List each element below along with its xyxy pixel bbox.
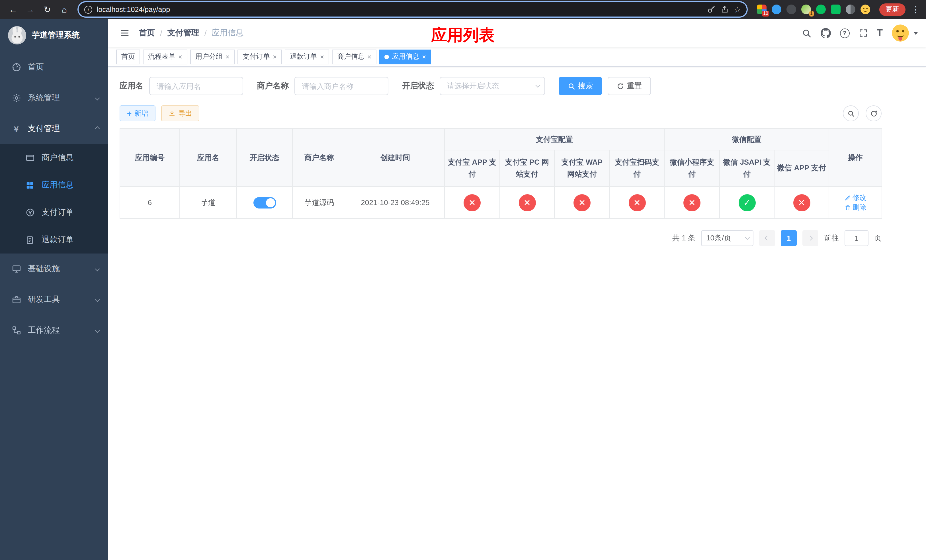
browser-menu-icon[interactable]: ⋮ — [911, 4, 920, 15]
site-info-icon[interactable]: i — [84, 5, 92, 14]
tag-close-icon[interactable]: × — [273, 53, 277, 60]
app-name-label: 应用名 — [120, 81, 144, 91]
status-fail-icon: ✕ — [464, 194, 481, 211]
merchant-name-input[interactable] — [294, 77, 388, 95]
reload-button[interactable]: ↻ — [40, 2, 54, 17]
delete-link[interactable]: 删除 — [844, 203, 866, 212]
header-search-icon[interactable] — [802, 28, 811, 38]
toggle-search-button[interactable] — [843, 105, 859, 121]
tag-close-icon[interactable]: × — [178, 53, 182, 60]
extension-icon-colorful[interactable]: 10 — [757, 5, 767, 14]
extension-icon-blue-drop[interactable] — [772, 5, 781, 14]
edit-link[interactable]: 修改 — [844, 193, 866, 203]
forward-button[interactable]: → — [23, 2, 38, 17]
app-logo-row[interactable]: 芋道管理系统 — [0, 19, 108, 52]
extension-icon-pinwheel[interactable] — [846, 5, 855, 14]
sidebar-item-merchant-info[interactable]: 商户信息 — [0, 144, 108, 171]
pagination: 共 1 条 10条/页 1 前往 页 — [120, 230, 882, 246]
yen-icon: ¥ — [11, 124, 21, 133]
sidebar-item-system[interactable]: 系统管理 — [0, 83, 108, 114]
goto-page-input[interactable] — [844, 230, 869, 246]
share-icon[interactable] — [721, 5, 729, 14]
refresh-table-button[interactable] — [865, 105, 882, 121]
font-size-icon[interactable]: T — [877, 27, 883, 39]
sidebar-item-refund-order[interactable]: 退款订单 — [0, 226, 108, 254]
sidebar: 芋道管理系统 首页 系统管理 ¥ 支付管理 — [0, 19, 108, 560]
sidebar-item-app-info[interactable]: 应用信息 — [0, 171, 108, 199]
sidebar-collapse-icon[interactable] — [116, 29, 133, 38]
edit-link-label: 修改 — [853, 193, 866, 203]
tags-view-bar: 首页 流程表单 × 用户分组 × 支付订单 × 退款订单 × — [108, 47, 926, 67]
filter-form: 应用名 商户名称 开启状态 请选择开启状态 搜索 重置 — [120, 77, 915, 95]
bookmark-star-icon[interactable]: ☆ — [734, 5, 741, 14]
address-bar[interactable]: i localhost:1024/pay/app ☆ — [79, 2, 747, 17]
active-tag-dot — [384, 54, 389, 59]
tag-close-icon[interactable]: × — [320, 53, 324, 60]
sidebar-item-label: 应用信息 — [42, 180, 73, 190]
tag-close-icon[interactable]: × — [367, 53, 371, 60]
github-icon[interactable] — [820, 28, 831, 38]
tag-refund-order[interactable]: 退款订单 × — [285, 49, 329, 64]
sidebar-item-workflow[interactable]: 工作流程 — [0, 315, 108, 346]
tag-user-group[interactable]: 用户分组 × — [190, 49, 235, 64]
add-button-label: 新增 — [135, 109, 148, 118]
main-area: 首页 / 支付管理 / 应用信息 应用列表 ? — [108, 19, 926, 560]
user-avatar[interactable] — [892, 24, 909, 42]
status-select[interactable]: 请选择开启状态 — [440, 77, 545, 95]
home-button[interactable]: ⌂ — [57, 2, 72, 17]
chevron-left-icon — [765, 236, 770, 241]
col-header-app-id: 应用编号 — [120, 129, 180, 186]
fullscreen-icon[interactable] — [858, 29, 868, 38]
tag-process-form[interactable]: 流程表单 × — [143, 49, 188, 64]
avatar-caret-icon[interactable] — [914, 32, 918, 35]
extension-icon-green-circle[interactable] — [816, 5, 826, 14]
dashboard-icon — [11, 63, 21, 72]
page-size-select[interactable]: 10条/页 — [701, 230, 754, 246]
next-page-button[interactable] — [802, 230, 819, 246]
browser-update-button[interactable]: 更新 — [879, 3, 905, 16]
password-key-icon[interactable] — [708, 5, 716, 14]
tag-pay-order[interactable]: 支付订单 × — [238, 49, 282, 64]
tag-app-info[interactable]: 应用信息 × — [379, 49, 431, 64]
tag-merchant-info[interactable]: 商户信息 × — [332, 49, 377, 64]
col-group-alipay: 支付宝配置 — [445, 129, 664, 150]
tag-close-icon[interactable]: × — [422, 53, 426, 60]
top-navbar: 首页 / 支付管理 / 应用信息 应用列表 ? — [108, 19, 926, 47]
tag-close-icon[interactable]: × — [225, 53, 230, 60]
sidebar-item-infra[interactable]: 基础设施 — [0, 254, 108, 284]
extension-icon-dark-circle[interactable] — [787, 5, 796, 14]
breadcrumb-home[interactable]: 首页 — [139, 28, 155, 38]
credit-card-icon — [25, 153, 35, 162]
workflow-icon — [11, 326, 21, 335]
sidebar-item-label: 退款订单 — [42, 235, 73, 245]
col-header-alipay-wap: 支付宝 WAP 网站支付 — [554, 150, 610, 186]
sidebar-item-pay-order[interactable]: 支付订单 — [0, 199, 108, 226]
sidebar-item-devtools[interactable]: 研发工具 — [0, 284, 108, 315]
url-text: localhost:1024/pay/app — [97, 5, 170, 14]
extension-icon-green-square[interactable] — [831, 5, 841, 14]
help-icon[interactable]: ? — [840, 28, 849, 38]
status-toggle[interactable] — [253, 197, 276, 208]
export-button[interactable]: 导出 — [161, 105, 199, 121]
reset-button[interactable]: 重置 — [608, 77, 651, 95]
add-button[interactable]: + 新增 — [120, 105, 156, 121]
chevron-down-icon — [745, 235, 750, 240]
prev-page-button[interactable] — [759, 230, 775, 246]
status-fail-icon: ✕ — [683, 194, 701, 211]
navbar-right: ? T — [802, 24, 918, 42]
cell-status — [237, 186, 292, 218]
sidebar-item-label: 系统管理 — [28, 93, 60, 103]
app-name-input[interactable] — [149, 77, 243, 95]
browser-profile-avatar[interactable] — [861, 5, 870, 14]
extension-icon-avatar-green[interactable]: 1 — [801, 5, 811, 14]
search-button[interactable]: 搜索 — [559, 77, 602, 95]
cell-merchant-name: 芋道源码 — [292, 186, 346, 218]
breadcrumb-section[interactable]: 支付管理 — [168, 28, 199, 38]
col-header-alipay-app: 支付宝 APP 支付 — [445, 150, 500, 186]
col-header-wechat-app: 微信 APP 支付 — [774, 150, 829, 186]
sidebar-item-payment[interactable]: ¥ 支付管理 — [0, 114, 108, 144]
sidebar-item-home[interactable]: 首页 — [0, 52, 108, 83]
back-button[interactable]: ← — [6, 2, 21, 17]
page-number-button[interactable]: 1 — [781, 230, 797, 246]
tag-home[interactable]: 首页 — [116, 49, 140, 64]
